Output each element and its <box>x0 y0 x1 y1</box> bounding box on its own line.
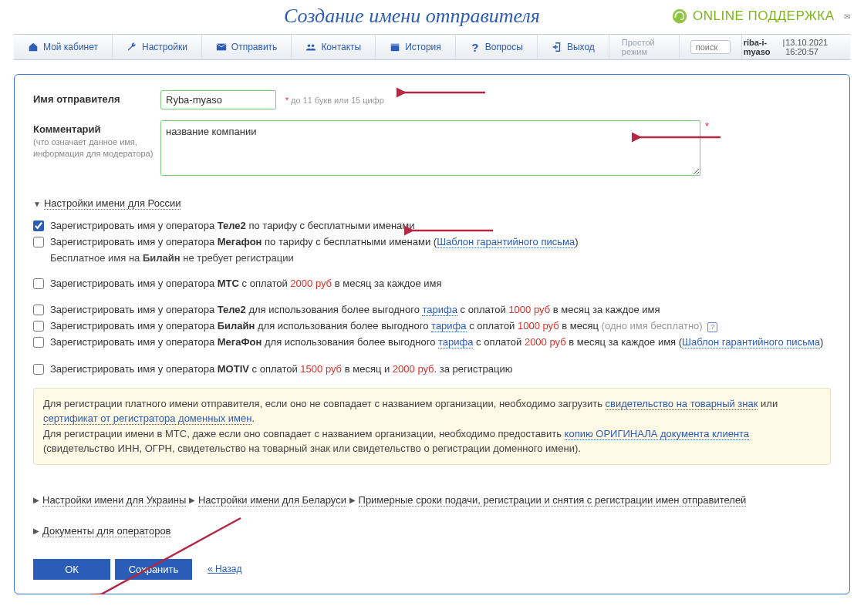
page-title: Создание имени отправителя <box>153 5 671 28</box>
checkbox-megafon-paid[interactable] <box>33 337 44 348</box>
online-support-link[interactable]: ONLINE ПОДДЕРЖКА ✉ <box>671 8 850 25</box>
svg-line-9 <box>100 518 241 594</box>
comment-input[interactable] <box>160 120 700 176</box>
form-panel: Имя отправителя * до 11 букв или 15 цифр… <box>14 74 850 594</box>
annotation-arrow <box>90 516 245 594</box>
question-icon: ? <box>470 42 481 52</box>
sender-name-hint: * до 11 букв или 15 цифр <box>285 96 384 105</box>
mail-icon[interactable]: ✉ <box>844 12 851 21</box>
wrench-icon <box>127 42 137 52</box>
checkbox-megafon-free[interactable] <box>33 237 44 247</box>
checkbox-tele2-paid[interactable] <box>33 305 44 315</box>
checkbox-tele2-free[interactable] <box>33 220 44 231</box>
nav-send[interactable]: Отправить <box>202 35 292 59</box>
annotation-arrow <box>632 130 724 144</box>
section-timing-toggle[interactable]: ▶Примерные сроки подачи, регистрации и с… <box>349 494 747 507</box>
svg-rect-5 <box>391 44 400 46</box>
section-ukraine-toggle[interactable]: ▶Настройки имени для Украины <box>33 494 186 507</box>
link-original-doc-copy[interactable]: копию ОРИГИНАЛА документа клиента <box>565 428 750 440</box>
svg-point-0 <box>673 9 687 23</box>
calendar-icon <box>390 42 400 52</box>
user-info: riba-i-myaso | 13.10.2021 16:20:57 <box>741 35 850 59</box>
contacts-icon <box>305 42 316 52</box>
caret-right-icon: ▶ <box>349 496 356 504</box>
sender-name-input[interactable] <box>160 90 276 109</box>
nav-exit[interactable]: Выход <box>538 35 609 59</box>
link-letter-template[interactable]: Шаблон гарантийного письма <box>682 336 820 348</box>
exit-icon <box>552 42 562 52</box>
annotation-arrow <box>397 86 489 99</box>
help-icon[interactable]: ? <box>707 322 717 332</box>
section-belarus-toggle[interactable]: ▶Настройки имени для Беларуси <box>189 494 346 507</box>
svg-point-2 <box>308 45 311 48</box>
search-input[interactable] <box>690 40 731 54</box>
caret-right-icon: ▶ <box>33 496 39 504</box>
checkbox-beeline-paid[interactable] <box>33 321 44 332</box>
nav-history[interactable]: История <box>376 35 456 59</box>
section-russia-toggle[interactable]: ▼ Настройки имени для России <box>33 197 181 210</box>
envelope-icon <box>216 42 227 52</box>
annotation-arrow <box>404 224 497 237</box>
caret-right-icon: ▶ <box>189 496 195 504</box>
caret-down-icon: ▼ <box>33 200 41 208</box>
checkbox-mts-paid[interactable] <box>33 278 44 289</box>
link-trademark-cert[interactable]: свидетельство на товарный знак <box>606 398 758 410</box>
link-letter-template[interactable]: Шаблон гарантийного письма <box>437 236 575 248</box>
nav-contacts[interactable]: Контакты <box>292 35 376 59</box>
link-tariff[interactable]: тарифа <box>422 304 457 316</box>
nav-help[interactable]: ?Вопросы <box>456 35 538 59</box>
link-tariff[interactable]: тарифа <box>431 320 466 332</box>
checkbox-motiv[interactable] <box>33 364 44 375</box>
link-tariff[interactable]: тарифа <box>438 336 473 348</box>
info-box: Для регистрации платного имени отправите… <box>33 388 831 465</box>
headset-icon <box>671 8 688 25</box>
main-navbar: Мой кабинет Настройки Отправить Контакты… <box>14 34 850 60</box>
sender-name-label: Имя отправителя <box>33 90 160 105</box>
comment-label: Комментарий (что означает данное имя, ин… <box>33 120 160 160</box>
russia-settings-body: Зарегистрировать имя у оператора Теле2 п… <box>33 219 831 465</box>
svg-point-3 <box>312 45 315 48</box>
link-domain-registrar-cert[interactable]: сертификат от регистратора доменных имен <box>43 412 251 425</box>
nav-my-account[interactable]: Мой кабинет <box>14 35 113 59</box>
mode-label[interactable]: Простой режим <box>609 35 680 59</box>
nav-settings[interactable]: Настройки <box>113 35 202 59</box>
home-icon <box>28 42 39 52</box>
caret-right-icon: ▶ <box>33 527 39 535</box>
